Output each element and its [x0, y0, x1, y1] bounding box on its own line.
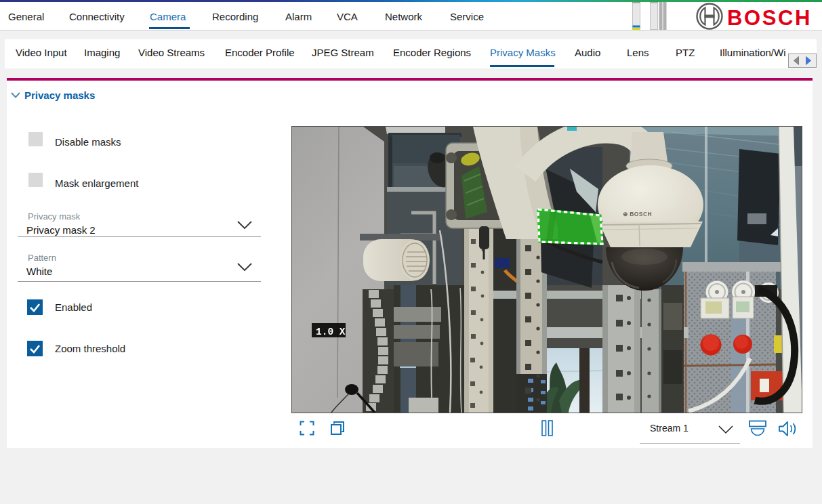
svg-text:⊕ BOSCH: ⊕ BOSCH — [623, 211, 652, 217]
svg-text:1.0 X: 1.0 X — [316, 327, 346, 337]
svg-text:BOSCH: BOSCH — [727, 6, 812, 30]
